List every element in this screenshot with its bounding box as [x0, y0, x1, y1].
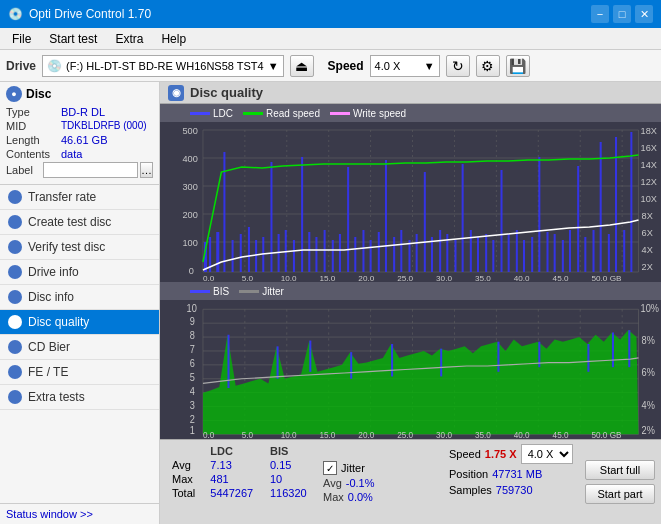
disc-mid-value: TDKBLDRFB (000): [61, 120, 153, 132]
jitter-label: Jitter: [341, 462, 365, 474]
svg-rect-37: [223, 152, 225, 272]
chart-header: ◉ Disc quality: [160, 82, 661, 104]
jitter-max-label: Max: [323, 491, 344, 503]
svg-rect-60: [400, 230, 402, 272]
svg-text:500: 500: [182, 126, 197, 136]
nav-cd-bier[interactable]: CD Bier: [0, 335, 159, 360]
sidebar: ● Disc Type BD-R DL MID TDKBLDRFB (000) …: [0, 82, 160, 524]
svg-text:200: 200: [182, 210, 197, 220]
svg-text:40.0: 40.0: [514, 274, 530, 282]
settings-button[interactable]: ⚙: [476, 55, 500, 77]
chart-area: ◉ Disc quality LDC Read speed Write spee…: [160, 82, 661, 524]
title-bar: 💿 Opti Drive Control 1.70 − □ ✕: [0, 0, 661, 28]
svg-rect-64: [431, 237, 433, 272]
legend-jitter-color: [239, 290, 259, 293]
svg-text:10.0: 10.0: [281, 429, 297, 439]
nav-fe-te[interactable]: FE / TE: [0, 360, 159, 385]
drive-dropdown-icon: ▼: [268, 60, 279, 72]
menu-start-test[interactable]: Start test: [41, 30, 105, 48]
minimize-button[interactable]: −: [591, 5, 609, 23]
avg-label: Avg: [166, 458, 204, 472]
drive-select[interactable]: 💿 (F:) HL-DT-ST BD-RE WH16NS58 TST4 ▼: [42, 55, 284, 77]
speed-dropdown[interactable]: 4.0 X: [521, 444, 573, 464]
svg-text:15.0: 15.0: [320, 429, 336, 439]
nav-verify-test-disc[interactable]: Verify test disc: [0, 235, 159, 260]
title-bar-left: 💿 Opti Drive Control 1.70: [8, 7, 151, 21]
toolbar: Drive 💿 (F:) HL-DT-ST BD-RE WH16NS58 TST…: [0, 50, 661, 82]
drive-name: (F:) HL-DT-ST BD-RE WH16NS58 TST4: [66, 60, 264, 72]
nav-dot: [8, 265, 22, 279]
svg-rect-43: [270, 162, 272, 272]
svg-rect-151: [628, 330, 630, 367]
legend-ldc-label: LDC: [213, 108, 233, 119]
chart-title: Disc quality: [190, 85, 263, 100]
svg-text:100: 100: [182, 238, 197, 248]
col-header-bis: BIS: [264, 444, 317, 458]
svg-rect-50: [324, 230, 326, 272]
disc-label-input[interactable]: [43, 162, 138, 178]
close-button[interactable]: ✕: [635, 5, 653, 23]
nav-cd-bier-label: CD Bier: [28, 340, 70, 354]
speed-row-value: 1.75 X: [485, 448, 517, 460]
nav-create-test-disc[interactable]: Create test disc: [0, 210, 159, 235]
disc-type-label: Type: [6, 106, 61, 118]
nav-dot: [8, 365, 22, 379]
drive-label: Drive: [6, 59, 36, 73]
nav-drive-info[interactable]: Drive info: [0, 260, 159, 285]
maximize-button[interactable]: □: [613, 5, 631, 23]
refresh-button[interactable]: ↻: [446, 55, 470, 77]
svg-text:10X: 10X: [641, 194, 657, 204]
legend-write-color: [330, 112, 350, 115]
nav-dot: [8, 190, 22, 204]
svg-text:4%: 4%: [642, 399, 656, 411]
svg-rect-147: [497, 342, 499, 372]
legend-jitter: Jitter: [239, 286, 284, 297]
svg-rect-39: [240, 234, 242, 272]
svg-rect-145: [391, 344, 393, 376]
svg-text:0.0: 0.0: [203, 274, 215, 282]
stats-bar: LDC BIS Avg 7.13 0.15 Max: [160, 439, 661, 524]
svg-rect-144: [350, 352, 352, 379]
speed-select[interactable]: 4.0 X ▼: [370, 55, 440, 77]
nav-verify-test-disc-label: Verify test disc: [28, 240, 105, 254]
disc-mid-label: MID: [6, 120, 61, 132]
save-button[interactable]: 💾: [506, 55, 530, 77]
svg-rect-71: [485, 234, 487, 272]
stats-avg-row: Avg 7.13 0.15: [166, 458, 317, 472]
svg-rect-77: [531, 237, 533, 272]
svg-text:8: 8: [190, 330, 196, 342]
nav-disc-quality[interactable]: Disc quality: [0, 310, 159, 335]
disc-length-label: Length: [6, 134, 61, 146]
svg-rect-36: [216, 232, 219, 272]
menu-help[interactable]: Help: [153, 30, 194, 48]
menu-extra[interactable]: Extra: [107, 30, 151, 48]
jitter-avg-label: Avg: [323, 477, 342, 489]
status-window-link[interactable]: Status window >>: [0, 503, 159, 524]
start-part-button[interactable]: Start part: [585, 484, 655, 504]
legend-jitter-label: Jitter: [262, 286, 284, 297]
nav-extra-tests[interactable]: Extra tests: [0, 385, 159, 410]
disc-label-browse[interactable]: …: [140, 162, 153, 178]
svg-rect-72: [492, 240, 494, 272]
app-title: Opti Drive Control 1.70: [29, 7, 151, 21]
eject-button[interactable]: ⏏: [290, 55, 314, 77]
nav-disc-info[interactable]: Disc info: [0, 285, 159, 310]
jitter-avg-row: Avg -0.1%: [323, 477, 443, 489]
chart-bottom: 10 9 8 7 6 5 4 3 2 1 10% 8% 6% 4% 2%: [160, 300, 661, 439]
legend-write: Write speed: [330, 108, 406, 119]
menu-file[interactable]: File: [4, 30, 39, 48]
samples-value: 759730: [496, 484, 533, 496]
disc-label-label: Label: [6, 164, 43, 176]
svg-text:25.0: 25.0: [397, 429, 413, 439]
samples-row: Samples 759730: [449, 484, 579, 496]
disc-length-value: 46.61 GB: [61, 134, 153, 146]
nav-drive-info-label: Drive info: [28, 265, 79, 279]
jitter-checkbox[interactable]: ✓: [323, 461, 337, 475]
svg-rect-82: [569, 230, 571, 272]
nav-dot: [8, 215, 22, 229]
svg-rect-56: [370, 240, 372, 272]
nav-disc-info-label: Disc info: [28, 290, 74, 304]
start-full-button[interactable]: Start full: [585, 460, 655, 480]
svg-text:0.0: 0.0: [203, 429, 214, 439]
nav-transfer-rate[interactable]: Transfer rate: [0, 185, 159, 210]
